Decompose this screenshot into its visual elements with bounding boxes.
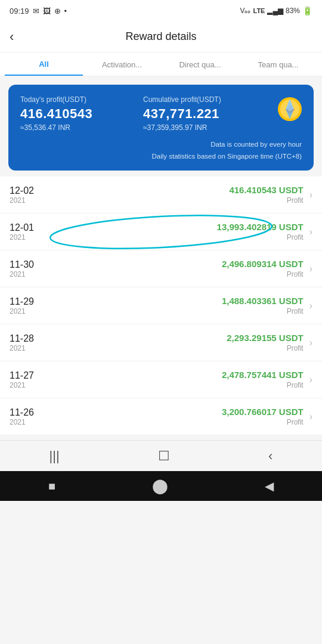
list-amount: 2,496.809314 USDT [51, 259, 304, 269]
bottom-navigation: ||| ☐ ‹ [0, 440, 322, 471]
page-title: Reward details [125, 30, 196, 43]
list-amount: 416.410543 USDT [51, 185, 304, 195]
date-year: 2021 [10, 307, 51, 315]
list-right: 3,200.766017 USDT Profit [51, 407, 309, 426]
list-type: Profit [51, 196, 304, 205]
chevron-right-icon: › [309, 264, 312, 274]
list-amount: 2,293.29155 USDT [51, 333, 304, 343]
list-date: 11-29 2021 [10, 296, 51, 315]
list-item[interactable]: 12-01 2021 13,993.402819 USDT Profit › [0, 213, 322, 250]
signal-bars-icon: ▂▄▆ [267, 7, 283, 15]
date-main: 11-28 [10, 333, 51, 344]
chevron-right-icon: › [309, 411, 312, 422]
chevron-right-icon: › [309, 227, 312, 237]
list-right: 1,488.403361 USDT Profit [51, 296, 309, 315]
list-item[interactable]: 11-26 2021 3,200.766017 USDT Profit › [0, 398, 322, 435]
list-right: 2,293.29155 USDT Profit [51, 333, 309, 352]
today-profit-col: Today's profit(USDT) 416.410543 ≈35,536.… [20, 95, 143, 132]
date-main: 12-02 [10, 185, 51, 196]
list-right: 2,478.757441 USDT Profit [51, 370, 309, 389]
chevron-right-icon: › [309, 301, 312, 311]
list-date: 11-28 2021 [10, 333, 51, 352]
tab-bar: All Activation... Direct qua... Team qua… [0, 52, 322, 76]
battery-icon: 🔋 [302, 6, 312, 16]
tab-team-qual[interactable]: Team qua... [239, 53, 317, 75]
time-display: 09:19 [10, 7, 29, 16]
status-bar: 09:19 ✉ 🖼 ⊕ • Vₒₒ LTE ▂▄▆ 83% 🔋 [0, 0, 322, 21]
status-left: 09:19 ✉ 🖼 ⊕ • [10, 7, 67, 16]
chevron-right-icon: › [309, 374, 312, 385]
list-right: 2,496.809314 USDT Profit [51, 259, 309, 278]
image-icon: 🖼 [43, 7, 51, 16]
list-date: 12-01 2021 [10, 222, 51, 242]
date-main: 11-27 [10, 370, 51, 381]
today-profit-value: 416.410543 [20, 106, 143, 122]
square-nav-icon[interactable]: ■ [48, 479, 55, 493]
list-type: Profit [51, 307, 304, 315]
list-item[interactable]: 11-28 2021 2,293.29155 USDT Profit › [0, 324, 322, 361]
chevron-right-icon: › [309, 338, 312, 348]
cumulative-profit-label: Cumulative profit(USDT) [143, 95, 266, 104]
triangle-nav-icon[interactable]: ◀ [265, 479, 274, 493]
lte-icon: LTE [253, 7, 265, 14]
list-item[interactable]: 12-02 2021 416.410543 USDT Profit › [0, 177, 322, 213]
back-button[interactable]: ‹ [10, 29, 14, 45]
list-date: 11-27 2021 [10, 370, 51, 389]
list-date: 11-26 2021 [10, 407, 51, 426]
list-amount: 1,488.403361 USDT [51, 296, 304, 306]
date-year: 2021 [10, 196, 51, 205]
profit-card-footer: Data is counted by every hour Daily stat… [20, 139, 302, 162]
list-date: 12-02 2021 [10, 185, 51, 205]
list-date: 11-30 2021 [10, 259, 51, 278]
chevron-right-icon: › [309, 190, 312, 200]
profit-card: ◈ Today's profit(USDT) 416.410543 ≈35,53… [8, 85, 314, 171]
list-amount: 3,200.766017 USDT [51, 407, 304, 417]
date-year: 2021 [10, 344, 51, 352]
message-icon: ✉ [33, 7, 39, 16]
list-item[interactable]: 11-29 2021 1,488.403361 USDT Profit › [0, 287, 322, 324]
system-navigation-bar: ■ ⬤ ◀ [0, 471, 322, 501]
coin-icon: ◈ [271, 93, 303, 125]
list-amount: 2,478.757441 USDT [51, 370, 304, 380]
page-header: ‹ Reward details [0, 21, 322, 52]
footer-line-1: Data is counted by every hour [20, 139, 302, 151]
cumulative-profit-col: Cumulative profit(USDT) 437,771.221 ≈37,… [143, 95, 266, 132]
date-year: 2021 [10, 381, 51, 389]
profit-values-row: Today's profit(USDT) 416.410543 ≈35,536.… [20, 95, 302, 132]
date-year: 2021 [10, 270, 51, 278]
list-item[interactable]: 11-27 2021 2,478.757441 USDT Profit › [0, 361, 322, 398]
list-type: Profit [51, 270, 304, 278]
cumulative-profit-value: 437,771.221 [143, 106, 266, 122]
list-type: Profit [51, 344, 304, 352]
today-profit-inr: ≈35,536.47 INR [20, 123, 143, 132]
date-main: 11-29 [10, 296, 51, 307]
status-right: Vₒₒ LTE ▂▄▆ 83% 🔋 [240, 6, 312, 16]
list-type: Profit [51, 418, 304, 426]
list-type: Profit [51, 381, 304, 389]
dot-icon: • [64, 7, 67, 16]
date-year: 2021 [10, 418, 51, 426]
date-main: 11-30 [10, 259, 51, 270]
footer-line-2: Daily statistics based on Singapore time… [20, 151, 302, 163]
home-button[interactable]: ☐ [144, 444, 184, 469]
date-year: 2021 [10, 233, 51, 242]
reward-list: 12-02 2021 416.410543 USDT Profit › 12-0… [0, 177, 322, 435]
list-right: 13,993.402819 USDT Profit [51, 222, 309, 242]
wifi-icon: Vₒₒ [240, 7, 250, 15]
list-type: Profit [51, 233, 304, 242]
circle-nav-icon[interactable]: ⬤ [152, 478, 168, 494]
tab-activation[interactable]: Activation... [83, 53, 161, 75]
tab-direct-qual[interactable]: Direct qua... [161, 53, 239, 75]
date-main: 12-01 [10, 222, 51, 233]
list-amount: 13,993.402819 USDT [51, 222, 304, 232]
battery-percent: 83% [286, 7, 300, 15]
recent-apps-button[interactable]: ||| [35, 444, 74, 469]
date-main: 11-26 [10, 407, 51, 418]
list-item[interactable]: 11-30 2021 2,496.809314 USDT Profit › [0, 250, 322, 287]
today-profit-label: Today's profit(USDT) [20, 95, 143, 104]
list-right: 416.410543 USDT Profit [51, 185, 309, 205]
back-nav-button[interactable]: ‹ [254, 444, 287, 469]
tab-all[interactable]: All [5, 52, 83, 76]
plus-circle-icon: ⊕ [54, 7, 61, 16]
cumulative-profit-inr: ≈37,359,395.97 INR [143, 123, 266, 132]
